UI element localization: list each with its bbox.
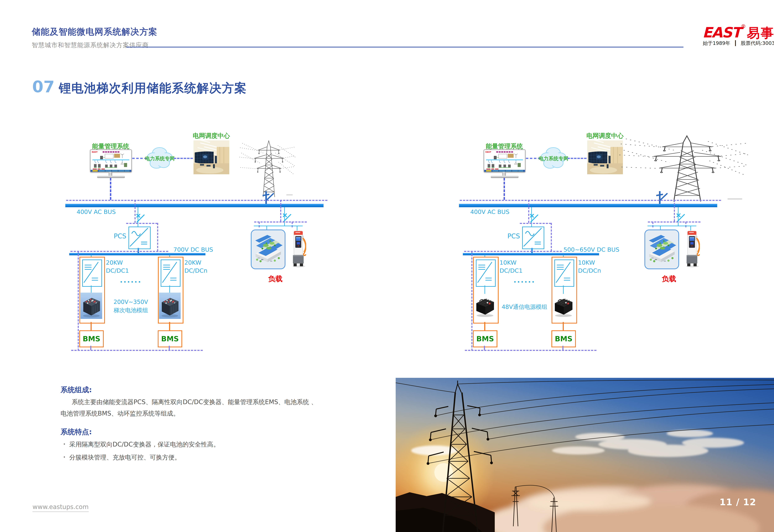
cluster-dashed-left	[78, 251, 79, 351]
ac-bus	[65, 204, 324, 207]
dcdc1-name: DC/DC1	[106, 267, 129, 275]
pcs-label-2: PCS	[503, 232, 520, 240]
bmsn-box-2: BMS	[551, 330, 576, 347]
dc-dashed-line	[70, 251, 168, 252]
transmission-tower-sketch	[239, 139, 296, 198]
features-heading: 系统特点:	[60, 427, 92, 437]
ellipsis-dots: ······	[115, 278, 146, 286]
pcs-dashed-rect-top	[126, 223, 157, 224]
pcs-dashed-drop-2	[528, 200, 529, 223]
load-dashed-drop	[280, 200, 281, 221]
page-title: 储能及智能微电网系统解决方案	[32, 26, 157, 38]
load-label-2: 负载	[655, 274, 683, 284]
cluster-dashed-left-2	[471, 251, 472, 351]
logo-separator: ┃	[734, 40, 737, 46]
pcs-breaker	[136, 213, 146, 223]
website-link[interactable]: www.eastups.com	[32, 503, 89, 512]
pcs-symbol	[129, 227, 149, 247]
network-label: 电力系统专网	[143, 155, 176, 162]
bmsn-dashed-stub	[169, 346, 170, 350]
transmission-tower-sketch-2	[619, 133, 749, 203]
logo-east: EAST	[703, 24, 741, 41]
logo-tagline: 始于1989年 ┃ 股票代码:300376	[703, 40, 774, 47]
load-building-image-2	[645, 230, 679, 269]
dcdcn-module-link-2	[563, 285, 563, 294]
dcdc1-symbol-box-2	[476, 260, 496, 287]
load-dashed-hook1-2	[652, 222, 654, 227]
pcs-box-2	[522, 227, 544, 249]
dcdcn-name: DC/DCn	[184, 267, 207, 275]
company-logo: EAST® 易事特	[703, 23, 774, 42]
load-label: 负载	[262, 274, 289, 284]
dcdc1-power: 20KW	[106, 259, 129, 267]
building-stub	[267, 226, 267, 230]
ac-bus-label-2: 400V AC BUS	[470, 208, 509, 215]
ev-charger-image-2	[685, 230, 700, 268]
dcdc1-label: 20KW DC/DC1	[106, 259, 129, 275]
dcdcn-battery-link	[169, 285, 170, 293]
dcdcn-name-2: DC/DCn	[578, 267, 601, 275]
dcdc1-symbol-box	[82, 260, 102, 287]
module-range-line2: 梯次电池模组	[108, 306, 153, 315]
load-bus-2	[648, 226, 696, 226]
dc-bus-2	[463, 253, 599, 255]
ac-bus-2	[459, 204, 717, 207]
cloud-dispatch-link	[174, 158, 193, 159]
page-subtitle: 智慧城市和智慧能源系统解决方案供应商	[32, 41, 149, 49]
ev-charger-image	[292, 230, 306, 268]
ems-label: 能量管理系统	[87, 142, 135, 150]
logo-since: 始于1989年	[703, 40, 730, 46]
pcs-dashed-rect-right	[157, 223, 158, 251]
load-breaker-2	[677, 213, 687, 223]
module-range-label-2: 48V通信电源模组	[498, 303, 551, 311]
load-dashed-hook2	[292, 222, 293, 227]
logo-cn: 易事特	[747, 25, 774, 41]
dcdcn-label-2: 10KW DC/DCn	[578, 259, 601, 275]
dcdcn-symbol-box-2	[554, 260, 574, 287]
comm-power-module-n	[552, 294, 574, 318]
monitor-base	[97, 176, 125, 178]
ems-monitor	[90, 149, 132, 172]
bms1-dashed-stub	[90, 346, 91, 350]
composition-line2: 电池管理系统BMS、动环监控系统等组成。	[60, 408, 324, 419]
dcdc1-symbol	[83, 260, 100, 285]
bullet-icon: •	[63, 442, 65, 446]
comm-power-module-1	[474, 294, 496, 318]
dispatch-room-photo	[193, 140, 229, 174]
ellipsis-dots-2: ······	[509, 278, 540, 286]
dc-bus-label-2: 500~650V DC BUS	[563, 246, 619, 253]
ac-dashed-line	[66, 200, 327, 201]
building-stub-2	[660, 226, 661, 230]
bmsn-link-2	[563, 322, 564, 330]
bullet-icon: •	[63, 455, 65, 459]
module-range-line1-2: 48V通信电源模组	[498, 303, 551, 311]
dcdc1-symbol-2	[476, 260, 494, 285]
ems-label-2: 能量管理系统	[480, 142, 528, 150]
dcdcn-label: 20KW DC/DCn	[184, 259, 207, 275]
pcs-box	[128, 227, 150, 249]
dispatch-room-photo-2	[587, 140, 623, 174]
dcdc1-power-2: 10KW	[499, 259, 522, 267]
load-dashed-hook1	[259, 222, 260, 227]
bms1-link-2	[484, 322, 485, 330]
bms1-link	[90, 322, 92, 330]
pcs-breaker-2	[530, 213, 540, 223]
section-number: 07	[32, 77, 55, 96]
monitor-base-2	[491, 176, 518, 178]
pcs-dashed-rect-right-2	[551, 223, 552, 251]
bms1-dashed-stub-2	[484, 346, 485, 350]
dcdcn-power: 20KW	[184, 259, 207, 267]
dcdcn-symbol-2	[555, 260, 572, 285]
dcdc1-label-2: 10KW DC/DC1	[499, 259, 522, 275]
dcdcn-symbol-box	[161, 260, 180, 287]
bmsn-link	[169, 322, 170, 330]
load-dashed-hook2-2	[685, 222, 686, 227]
ems-bus-dashed-link-2	[503, 178, 505, 200]
dcdc1-module-link-2	[484, 285, 485, 294]
pcs-symbol-2	[523, 227, 542, 247]
network-label-2: 电力系统专网	[537, 155, 570, 162]
monitor-stand	[108, 172, 112, 176]
feature-text-1: 采用隔离型双向DC/DC变换器，保证电池的安全性高。	[69, 441, 220, 448]
pcs-dashed-rect-top-2	[520, 223, 551, 224]
dc-bus-label: 700V DC BUS	[173, 246, 213, 253]
